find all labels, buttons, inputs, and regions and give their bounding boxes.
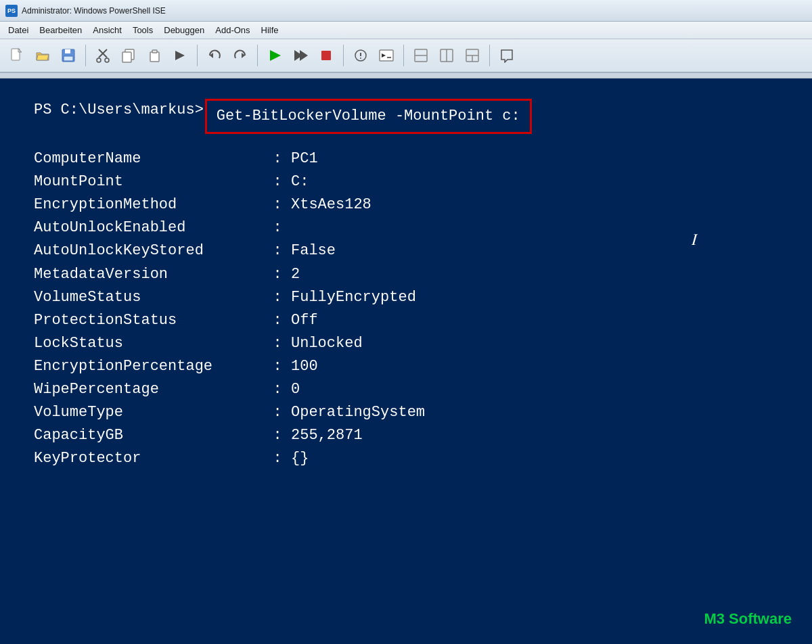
output-key-keyprotector: KeyProtector [34, 447, 264, 470]
output-key-computername: ComputerName [34, 147, 264, 170]
menu-datei[interactable]: Datei [3, 24, 34, 37]
svg-rect-9 [122, 52, 131, 62]
prompt-line: PS C:\Users\markus> Get-BitLockerVolume … [34, 99, 778, 134]
help-button[interactable] [495, 44, 518, 67]
table-row: CapacityGB : 255,2871 [34, 424, 778, 447]
layout3-button[interactable] [461, 44, 484, 67]
output-key-metadataversion: MetadataVersion [34, 263, 264, 286]
menu-bar: Datei Bearbeiten Ansicht Tools Debuggen … [0, 22, 812, 39]
table-row: AutoUnlockEnabled : [34, 216, 778, 239]
svg-marker-32 [501, 50, 512, 62]
output-val-encpercentage: 100 [291, 355, 318, 378]
output-sep-2: : [264, 193, 291, 216]
command-box: Get-BitLockerVolume -MountPoint c: [205, 99, 532, 134]
menu-tools[interactable]: Tools [127, 24, 158, 37]
command-text: Get-BitLockerVolume -MountPoint c: [217, 108, 520, 124]
output-table: ComputerName : PC1 MountPoint : C: Encry… [34, 147, 778, 470]
app-icon: PS [5, 5, 18, 17]
table-row: KeyProtector : {} [34, 447, 778, 470]
toolbar-sep-2 [197, 45, 198, 66]
output-val-encmethod: XtsAes128 [291, 193, 371, 216]
copy-button[interactable] [117, 44, 140, 67]
table-row: LockStatus : Unlocked [34, 332, 778, 355]
save-button[interactable] [57, 44, 80, 67]
window-title: Administrator: Windows PowerShell ISE [22, 6, 166, 16]
toolbar-sep-6 [489, 45, 490, 66]
svg-rect-3 [64, 56, 73, 61]
new-file-button[interactable] [5, 44, 28, 67]
output-sep-6: : [264, 286, 291, 309]
output-val-protectionstatus: Off [291, 309, 318, 332]
svg-rect-2 [65, 49, 70, 53]
output-sep-4: : [264, 239, 291, 262]
table-row: EncryptionMethod : XtsAes128 [34, 193, 778, 216]
title-bar: PS Administrator: Windows PowerShell ISE [0, 0, 812, 22]
output-key-protectionstatus: ProtectionStatus [34, 309, 264, 332]
table-row: EncryptionPercentage : 100 [34, 355, 778, 378]
output-sep-12: : [264, 424, 291, 447]
table-row: VolumeType : OperatingSystem [34, 401, 778, 424]
run-selection-button[interactable] [289, 44, 312, 67]
toolbar-sep-3 [257, 45, 258, 66]
output-sep-11: : [264, 401, 291, 424]
debug-button[interactable] [349, 44, 372, 67]
toolbar-sep-5 [403, 45, 404, 66]
menu-debuggen[interactable]: Debuggen [158, 24, 210, 37]
output-key-capacitygb: CapacityGB [34, 424, 264, 447]
cut-button[interactable] [91, 44, 114, 67]
output-key-autounlockkeystored: AutoUnlockKeyStored [34, 239, 264, 262]
output-key-encpercentage: EncryptionPercentage [34, 355, 264, 378]
output-val-volumetype: OperatingSystem [291, 401, 425, 424]
console-button[interactable] [375, 44, 398, 67]
table-row: AutoUnlockKeyStored : False [34, 239, 778, 262]
layout1-button[interactable] [409, 44, 432, 67]
output-val-mountpoint: C: [291, 170, 309, 193]
toolbar [0, 39, 812, 73]
svg-marker-17 [300, 50, 308, 61]
app-icon-label: PS [7, 7, 16, 14]
menu-addons[interactable]: Add-Ons [210, 24, 255, 37]
svg-rect-11 [152, 50, 157, 53]
output-key-volumestatus: VolumeStatus [34, 286, 264, 309]
paste-button[interactable] [143, 44, 166, 67]
svg-point-21 [360, 58, 361, 59]
output-sep-5: : [264, 263, 291, 286]
branding-software: Software [729, 610, 792, 627]
svg-rect-18 [321, 51, 331, 60]
output-key-autounlockenabled: AutoUnlockEnabled [34, 216, 264, 239]
output-sep-0: : [264, 147, 291, 170]
redo-button[interactable] [229, 44, 252, 67]
toolbar-sep-1 [85, 45, 86, 66]
layout2-button[interactable] [435, 44, 458, 67]
spacer [0, 73, 812, 78]
output-sep-13: : [264, 447, 291, 470]
output-sep-3: : [264, 216, 291, 239]
table-row: MetadataVersion : 2 [34, 263, 778, 286]
output-sep-10: : [264, 378, 291, 401]
table-row: MountPoint : C: [34, 170, 778, 193]
table-row: ProtectionStatus : Off [34, 309, 778, 332]
branding: M3 Software [704, 607, 792, 630]
svg-rect-10 [150, 52, 159, 62]
output-val-computername: PC1 [291, 147, 318, 170]
output-sep-9: : [264, 355, 291, 378]
table-row: WipePercentage : 0 [34, 378, 778, 401]
output-val-volumestatus: FullyEncrypted [291, 286, 416, 309]
stop-button[interactable] [315, 44, 338, 67]
output-val-metadataversion: 2 [291, 263, 300, 286]
undo-button[interactable] [203, 44, 226, 67]
output-key-mountpoint: MountPoint [34, 170, 264, 193]
menu-ansicht[interactable]: Ansicht [87, 24, 127, 37]
arrow-button[interactable] [168, 44, 191, 67]
svg-point-7 [105, 58, 109, 62]
menu-hilfe[interactable]: Hilfe [256, 24, 284, 37]
output-val-autounlockkeystored: False [291, 239, 336, 262]
output-key-lockstatus: LockStatus [34, 332, 264, 355]
table-row: VolumeStatus : FullyEncrypted [34, 286, 778, 309]
toolbar-sep-4 [343, 45, 344, 66]
table-row: ComputerName : PC1 [34, 147, 778, 170]
run-button[interactable] [263, 44, 286, 67]
open-button[interactable] [31, 44, 54, 67]
console-area[interactable]: PS C:\Users\markus> Get-BitLockerVolume … [0, 78, 812, 644]
menu-bearbeiten[interactable]: Bearbeiten [34, 24, 87, 37]
